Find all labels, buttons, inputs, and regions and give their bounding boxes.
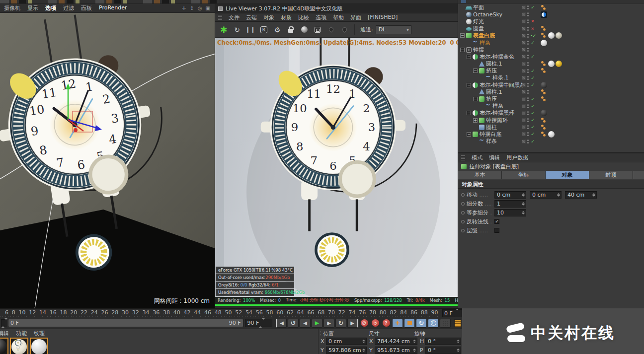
channel-dropdown[interactable]: DL	[376, 25, 411, 34]
expander-icon[interactable]	[467, 132, 471, 137]
mat-white-tag-icon[interactable]	[548, 131, 555, 138]
material-black[interactable]	[0, 338, 8, 354]
dots-tag-icon[interactable]	[541, 25, 547, 32]
enable-state-icon[interactable]	[530, 104, 535, 109]
range-start-stepper[interactable]	[1, 319, 6, 327]
pan-icon[interactable]: ✛	[181, 5, 187, 11]
enable-state-icon[interactable]	[530, 111, 535, 116]
layer-icon[interactable]	[522, 55, 526, 59]
anim-dot-icon[interactable]	[461, 211, 465, 214]
liveviewer-menu-云端[interactable]: 云端	[246, 14, 257, 21]
attribute-checkbox[interactable]	[494, 219, 499, 224]
enable-state-icon[interactable]	[530, 97, 535, 102]
lock-icon[interactable]	[288, 29, 293, 33]
visibility-toggles[interactable]	[527, 104, 529, 108]
maximize-icon[interactable]: ▣	[205, 5, 211, 11]
attribute-menu-模式[interactable]: 模式	[472, 154, 483, 161]
stepper-icon[interactable]	[521, 201, 525, 207]
liveviewer-menu-界面[interactable]: 界面	[350, 14, 361, 21]
object-row[interactable]: 样条.1	[458, 74, 644, 81]
mat-gray-tag-icon[interactable]	[556, 32, 562, 39]
layer-icon[interactable]	[522, 34, 526, 38]
visibility-toggles[interactable]	[527, 41, 529, 45]
record-scale-toggle[interactable]	[404, 319, 415, 328]
enable-state-icon[interactable]	[530, 75, 535, 80]
layer-icon[interactable]	[522, 111, 526, 115]
viewport-menu-ProRender[interactable]: ProRender	[99, 4, 127, 12]
visibility-toggles[interactable]	[527, 69, 529, 73]
record-autokey-button[interactable]: ↺	[370, 319, 380, 328]
visibility-toggles[interactable]	[527, 27, 529, 31]
visibility-toggles[interactable]	[527, 19, 529, 23]
record-pla-toggle[interactable]	[440, 319, 451, 328]
goto-end-button[interactable]	[347, 319, 358, 328]
picture-viewer-icon[interactable]	[315, 27, 321, 33]
object-row[interactable]: 样条	[458, 138, 644, 145]
object-row[interactable]: OctaneSky	[458, 11, 644, 18]
attribute-field[interactable]: 0 cm	[494, 191, 526, 199]
sky-tag-icon[interactable]	[541, 11, 547, 18]
object-row[interactable]: 布尔-钟摆中间黑条	[458, 81, 644, 88]
stepper-icon[interactable]	[521, 210, 525, 215]
octane-logo-icon[interactable]: ✱	[219, 25, 228, 34]
layer-icon[interactable]	[522, 83, 526, 87]
enable-state-icon[interactable]	[530, 69, 535, 73]
record-keyframe-button[interactable]: ∅	[359, 319, 369, 328]
object-row[interactable]: 圆柱.1	[458, 88, 644, 95]
mat-dark-tag-icon[interactable]	[541, 82, 547, 88]
object-row[interactable]: 样条	[458, 103, 644, 110]
dots-tag-icon[interactable]	[541, 4, 547, 11]
viewport-menu-面板[interactable]: 面板	[81, 4, 92, 12]
enable-state-icon[interactable]	[530, 132, 535, 137]
layer-icon[interactable]	[522, 12, 526, 16]
liveviewer-menu-选项[interactable]: 选项	[316, 14, 326, 21]
expander-icon[interactable]	[460, 48, 465, 52]
refresh-icon[interactable]: ↻	[233, 25, 242, 34]
mat-white-tag-icon[interactable]	[548, 61, 555, 67]
tab-坐标[interactable]: 坐标	[502, 171, 546, 179]
object-row[interactable]: 钟摆黑环	[458, 117, 644, 124]
dots-tag-icon[interactable]	[541, 131, 547, 138]
visibility-toggles[interactable]	[527, 55, 529, 59]
record-position-toggle[interactable]	[392, 319, 403, 328]
mat-dark-tag-icon[interactable]	[541, 110, 547, 116]
object-row[interactable]: 圆柱	[458, 124, 644, 131]
coordinate-field[interactable]: 597.806 cm	[326, 347, 367, 354]
play-backwards-button[interactable]	[288, 319, 299, 328]
object-row[interactable]: 布尔-钟摆黑环	[458, 110, 644, 117]
layer-icon[interactable]	[522, 27, 526, 31]
object-row[interactable]: 挤压	[458, 95, 644, 102]
pin-icon[interactable]	[341, 26, 348, 33]
visibility-toggles[interactable]	[527, 132, 529, 136]
tab-对象[interactable]: 对象	[546, 171, 589, 179]
material-manager[interactable]: 编辑功能纹理	[0, 329, 318, 354]
visibility-toggles[interactable]	[527, 76, 529, 80]
enable-state-icon[interactable]	[530, 19, 535, 24]
object-row[interactable]: 挤压	[458, 68, 644, 74]
dots-tag-icon[interactable]	[541, 117, 547, 124]
object-row[interactable]: 圆柱.1	[458, 61, 644, 68]
object-manager[interactable]: 平面OctaneSky灯光圆盘表盘白底样条钟摆布尔-钟摆金色圆柱.1挤压样条.1…	[458, 0, 644, 152]
visibility-toggles[interactable]	[527, 48, 529, 52]
expander-icon[interactable]	[467, 55, 471, 59]
layer-icon[interactable]	[522, 41, 526, 45]
region-render-icon[interactable]: R	[260, 26, 267, 33]
settings-gear-icon[interactable]: ⚙	[273, 25, 282, 34]
zoom-icon[interactable]: ↕	[189, 5, 195, 11]
prev-key-button[interactable]	[300, 319, 311, 328]
coordinate-field[interactable]: 0 °	[425, 347, 461, 354]
range-end-field[interactable]: 90 F	[245, 319, 272, 327]
tab-封顶[interactable]: 封顶	[589, 171, 633, 179]
viewport-canvas[interactable]: 网格间距 : 1000 cm	[0, 13, 215, 308]
dots-tag-icon[interactable]	[541, 89, 547, 95]
stepper-icon[interactable]	[412, 348, 416, 353]
material-clock[interactable]	[10, 338, 28, 354]
anim-dot-icon[interactable]	[461, 202, 465, 206]
layer-icon[interactable]	[522, 48, 526, 52]
dots-tag-icon[interactable]	[541, 32, 547, 39]
current-frame-field[interactable]: 0 F	[442, 309, 462, 317]
layer-icon[interactable]	[522, 62, 526, 66]
mat-white-tag-icon[interactable]	[548, 32, 555, 39]
attribute-field[interactable]: 1	[494, 200, 526, 208]
enable-state-icon[interactable]	[530, 26, 535, 31]
